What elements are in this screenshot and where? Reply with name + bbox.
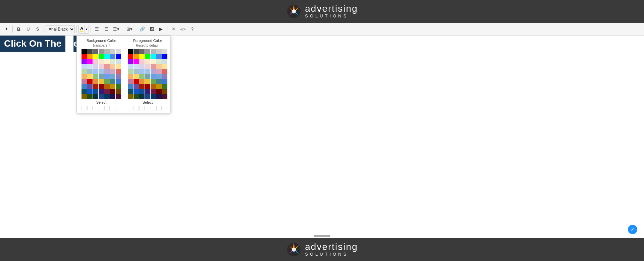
color-cell[interactable] xyxy=(139,49,145,54)
numbered-list-button[interactable]: ☰ xyxy=(102,25,111,34)
color-cell[interactable] xyxy=(145,64,150,69)
text-color-button[interactable]: A ▾ xyxy=(78,25,89,34)
color-cell[interactable] xyxy=(156,84,162,89)
color-cell[interactable] xyxy=(87,79,93,84)
strikethrough-button[interactable]: S xyxy=(33,25,42,34)
color-cell[interactable] xyxy=(87,54,93,59)
align-button[interactable]: ☰▾ xyxy=(111,25,121,34)
color-cell[interactable] xyxy=(82,84,87,89)
color-cell[interactable] xyxy=(128,79,133,84)
color-cell[interactable] xyxy=(151,49,156,54)
recent-color-cell[interactable] xyxy=(145,106,150,110)
color-cell[interactable] xyxy=(99,59,104,64)
color-cell[interactable] xyxy=(162,74,167,79)
color-cell[interactable] xyxy=(145,69,150,74)
color-cell[interactable] xyxy=(99,94,104,99)
fg-reset-link[interactable]: Reset to default xyxy=(128,44,167,47)
color-cell[interactable] xyxy=(93,89,98,94)
color-cell[interactable] xyxy=(128,59,133,64)
color-cell[interactable] xyxy=(93,74,98,79)
color-cell[interactable] xyxy=(128,84,133,89)
color-cell[interactable] xyxy=(99,54,104,59)
color-cell[interactable] xyxy=(93,59,98,64)
color-cell[interactable] xyxy=(116,89,121,94)
color-cell[interactable] xyxy=(139,79,145,84)
color-cell[interactable] xyxy=(162,59,167,64)
color-cell[interactable] xyxy=(93,94,98,99)
color-cell[interactable] xyxy=(104,59,110,64)
color-cell[interactable] xyxy=(99,84,104,89)
color-cell[interactable] xyxy=(82,74,87,79)
recent-color-cell[interactable] xyxy=(82,106,87,110)
color-cell[interactable] xyxy=(82,59,87,64)
color-cell[interactable] xyxy=(93,54,98,59)
color-cell[interactable] xyxy=(110,84,115,89)
color-cell[interactable] xyxy=(99,89,104,94)
color-cell[interactable] xyxy=(110,64,115,69)
color-cell[interactable] xyxy=(151,94,156,99)
color-cell[interactable] xyxy=(116,64,121,69)
link-button[interactable]: 🔗 xyxy=(138,25,147,34)
color-cell[interactable] xyxy=(139,74,145,79)
color-cell[interactable] xyxy=(82,64,87,69)
color-cell[interactable] xyxy=(104,69,110,74)
color-cell[interactable] xyxy=(139,64,145,69)
color-cell[interactable] xyxy=(82,79,87,84)
recent-color-cell[interactable] xyxy=(128,106,133,110)
recent-color-cell[interactable] xyxy=(156,106,162,110)
color-cell[interactable] xyxy=(87,84,93,89)
color-cell[interactable] xyxy=(128,49,133,54)
color-cell[interactable] xyxy=(87,69,93,74)
color-cell[interactable] xyxy=(116,54,121,59)
color-cell[interactable] xyxy=(139,69,145,74)
color-cell[interactable] xyxy=(104,89,110,94)
help-button[interactable]: ? xyxy=(188,25,197,34)
color-cell[interactable] xyxy=(133,59,139,64)
color-cell[interactable] xyxy=(128,74,133,79)
color-cell[interactable] xyxy=(133,64,139,69)
color-cell[interactable] xyxy=(139,89,145,94)
recent-color-cell[interactable] xyxy=(116,106,121,110)
color-cell[interactable] xyxy=(151,84,156,89)
color-cell[interactable] xyxy=(104,54,110,59)
color-cell[interactable] xyxy=(116,69,121,74)
font-family-select[interactable]: Arial Black xyxy=(46,25,75,33)
color-cell[interactable] xyxy=(104,64,110,69)
table-button[interactable]: ⊞▾ xyxy=(125,25,134,34)
color-cell[interactable] xyxy=(104,49,110,54)
color-cell[interactable] xyxy=(87,59,93,64)
recent-color-cell[interactable] xyxy=(151,106,156,110)
color-cell[interactable] xyxy=(156,69,162,74)
color-cell[interactable] xyxy=(133,89,139,94)
color-cell[interactable] xyxy=(156,94,162,99)
recent-color-cell[interactable] xyxy=(162,106,167,110)
color-cell[interactable] xyxy=(151,69,156,74)
color-cell[interactable] xyxy=(93,79,98,84)
color-cell[interactable] xyxy=(162,79,167,84)
color-cell[interactable] xyxy=(145,89,150,94)
color-cell[interactable] xyxy=(116,84,121,89)
color-cell[interactable] xyxy=(110,49,115,54)
recent-color-cell[interactable] xyxy=(99,106,104,110)
color-cell[interactable] xyxy=(151,64,156,69)
check-badge[interactable]: ✓ xyxy=(628,225,637,234)
color-dropdown-arrow[interactable]: ▾ xyxy=(85,28,89,31)
color-cell[interactable] xyxy=(104,74,110,79)
color-cell[interactable] xyxy=(93,84,98,89)
color-cell[interactable] xyxy=(104,79,110,84)
color-cell[interactable] xyxy=(99,64,104,69)
color-cell[interactable] xyxy=(145,79,150,84)
code-button[interactable]: </> xyxy=(178,25,187,34)
color-cell[interactable] xyxy=(145,84,150,89)
color-cell[interactable] xyxy=(110,69,115,74)
color-cell[interactable] xyxy=(151,74,156,79)
fg-select-link[interactable]: Select xyxy=(128,100,167,104)
color-cell[interactable] xyxy=(110,59,115,64)
color-cell[interactable] xyxy=(151,89,156,94)
image-button[interactable]: 🖼 xyxy=(147,25,156,34)
color-cell[interactable] xyxy=(110,89,115,94)
color-cell[interactable] xyxy=(116,49,121,54)
color-cell[interactable] xyxy=(128,94,133,99)
color-cell[interactable] xyxy=(82,54,87,59)
bg-transparent-link[interactable]: Transparent xyxy=(82,44,121,47)
